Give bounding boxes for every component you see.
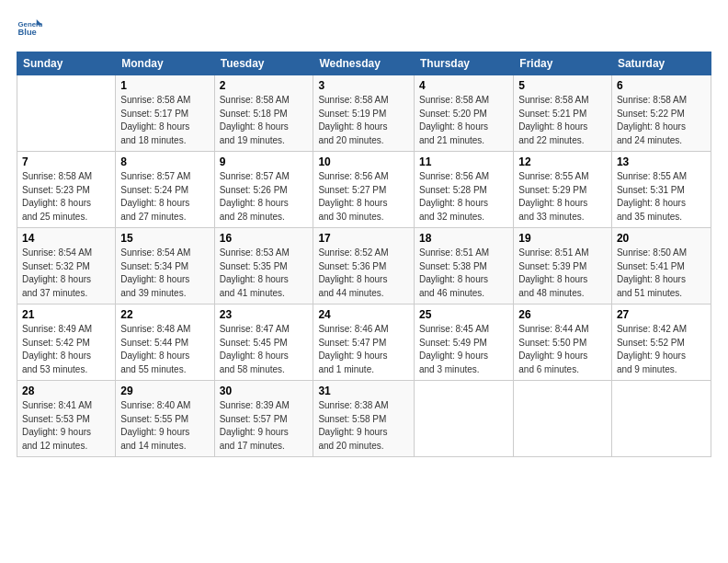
day-info: Sunrise: 8:57 AM Sunset: 5:24 PM Dayligh… (120, 170, 209, 224)
calendar-cell: 23Sunrise: 8:47 AM Sunset: 5:45 PM Dayli… (214, 304, 313, 381)
calendar-cell: 10Sunrise: 8:56 AM Sunset: 5:27 PM Dayli… (313, 152, 415, 228)
day-info: Sunrise: 8:55 AM Sunset: 5:31 PM Dayligh… (617, 170, 706, 224)
day-number: 14 (22, 232, 110, 245)
calendar-cell: 13Sunrise: 8:55 AM Sunset: 5:31 PM Dayli… (611, 152, 711, 228)
day-number: 21 (22, 308, 110, 321)
day-info: Sunrise: 8:57 AM Sunset: 5:26 PM Dayligh… (220, 170, 309, 224)
col-header-thursday: Thursday (414, 52, 513, 75)
day-number: 17 (318, 232, 409, 245)
day-number: 1 (120, 79, 209, 92)
calendar-cell: 27Sunrise: 8:42 AM Sunset: 5:52 PM Dayli… (611, 304, 711, 381)
calendar-cell: 24Sunrise: 8:46 AM Sunset: 5:47 PM Dayli… (313, 304, 415, 381)
day-info: Sunrise: 8:49 AM Sunset: 5:42 PM Dayligh… (22, 323, 110, 376)
day-info: Sunrise: 8:45 AM Sunset: 5:49 PM Dayligh… (419, 323, 508, 376)
day-number: 2 (220, 79, 309, 92)
day-info: Sunrise: 8:58 AM Sunset: 5:21 PM Dayligh… (518, 94, 607, 147)
calendar-cell (17, 75, 116, 152)
day-info: Sunrise: 8:38 AM Sunset: 5:58 PM Dayligh… (318, 399, 409, 453)
calendar-cell: 15Sunrise: 8:54 AM Sunset: 5:34 PM Dayli… (116, 228, 214, 304)
day-number: 5 (518, 79, 607, 92)
calendar-cell: 20Sunrise: 8:50 AM Sunset: 5:41 PM Dayli… (611, 228, 711, 304)
col-header-saturday: Saturday (611, 52, 711, 75)
day-info: Sunrise: 8:39 AM Sunset: 5:57 PM Dayligh… (220, 399, 309, 453)
calendar-cell: 29Sunrise: 8:40 AM Sunset: 5:55 PM Dayli… (116, 381, 214, 457)
day-number: 23 (220, 308, 309, 321)
calendar-cell (514, 381, 612, 457)
calendar-cell: 28Sunrise: 8:41 AM Sunset: 5:53 PM Dayli… (17, 381, 116, 457)
day-number: 29 (120, 385, 209, 397)
day-number: 12 (518, 155, 607, 168)
calendar-cell: 9Sunrise: 8:57 AM Sunset: 5:26 PM Daylig… (214, 152, 313, 228)
calendar-week-row: 7Sunrise: 8:58 AM Sunset: 5:23 PM Daylig… (17, 152, 711, 228)
calendar-cell: 6Sunrise: 8:58 AM Sunset: 5:22 PM Daylig… (611, 75, 711, 152)
day-number: 8 (120, 155, 209, 168)
svg-text:Blue: Blue (18, 28, 37, 37)
day-number: 24 (318, 308, 409, 321)
col-header-wednesday: Wednesday (313, 52, 415, 75)
calendar-cell: 8Sunrise: 8:57 AM Sunset: 5:24 PM Daylig… (116, 152, 214, 228)
logo-icon: General Blue (17, 17, 42, 42)
calendar-header-row: SundayMondayTuesdayWednesdayThursdayFrid… (17, 52, 711, 75)
calendar-cell (611, 381, 711, 457)
calendar-cell: 21Sunrise: 8:49 AM Sunset: 5:42 PM Dayli… (17, 304, 116, 381)
calendar-cell: 18Sunrise: 8:51 AM Sunset: 5:38 PM Dayli… (414, 228, 513, 304)
day-info: Sunrise: 8:52 AM Sunset: 5:36 PM Dayligh… (318, 247, 409, 300)
calendar-cell: 12Sunrise: 8:55 AM Sunset: 5:29 PM Dayli… (514, 152, 612, 228)
calendar-week-row: 28Sunrise: 8:41 AM Sunset: 5:53 PM Dayli… (17, 381, 711, 457)
day-info: Sunrise: 8:55 AM Sunset: 5:29 PM Dayligh… (518, 170, 607, 224)
calendar-week-row: 1Sunrise: 8:58 AM Sunset: 5:17 PM Daylig… (17, 75, 711, 152)
day-number: 27 (617, 308, 706, 321)
calendar-cell: 25Sunrise: 8:45 AM Sunset: 5:49 PM Dayli… (414, 304, 513, 381)
calendar-cell: 11Sunrise: 8:56 AM Sunset: 5:28 PM Dayli… (414, 152, 513, 228)
day-number: 6 (617, 79, 706, 92)
calendar-cell: 19Sunrise: 8:51 AM Sunset: 5:39 PM Dayli… (514, 228, 612, 304)
day-number: 13 (617, 155, 706, 168)
day-info: Sunrise: 8:41 AM Sunset: 5:53 PM Dayligh… (22, 399, 110, 453)
day-info: Sunrise: 8:51 AM Sunset: 5:38 PM Dayligh… (419, 247, 508, 300)
calendar-cell (414, 381, 513, 457)
day-info: Sunrise: 8:58 AM Sunset: 5:19 PM Dayligh… (318, 94, 409, 147)
col-header-sunday: Sunday (17, 52, 116, 75)
day-info: Sunrise: 8:48 AM Sunset: 5:44 PM Dayligh… (120, 323, 209, 376)
day-number: 3 (318, 79, 409, 92)
calendar-cell: 4Sunrise: 8:58 AM Sunset: 5:20 PM Daylig… (414, 75, 513, 152)
day-info: Sunrise: 8:42 AM Sunset: 5:52 PM Dayligh… (617, 323, 706, 376)
calendar-week-row: 14Sunrise: 8:54 AM Sunset: 5:32 PM Dayli… (17, 228, 711, 304)
calendar-cell: 22Sunrise: 8:48 AM Sunset: 5:44 PM Dayli… (116, 304, 214, 381)
day-info: Sunrise: 8:51 AM Sunset: 5:39 PM Dayligh… (518, 247, 607, 300)
day-info: Sunrise: 8:58 AM Sunset: 5:17 PM Dayligh… (120, 94, 209, 147)
day-number: 16 (220, 232, 309, 245)
day-number: 26 (518, 308, 607, 321)
col-header-friday: Friday (514, 52, 612, 75)
day-info: Sunrise: 8:58 AM Sunset: 5:23 PM Dayligh… (22, 170, 110, 224)
day-info: Sunrise: 8:46 AM Sunset: 5:47 PM Dayligh… (318, 323, 409, 376)
day-number: 30 (220, 385, 309, 397)
day-info: Sunrise: 8:58 AM Sunset: 5:22 PM Dayligh… (617, 94, 706, 147)
day-number: 7 (22, 155, 110, 168)
calendar-cell: 7Sunrise: 8:58 AM Sunset: 5:23 PM Daylig… (17, 152, 116, 228)
day-info: Sunrise: 8:54 AM Sunset: 5:34 PM Dayligh… (120, 247, 209, 300)
day-info: Sunrise: 8:47 AM Sunset: 5:45 PM Dayligh… (220, 323, 309, 376)
day-number: 18 (419, 232, 508, 245)
day-number: 10 (318, 155, 409, 168)
day-number: 20 (617, 232, 706, 245)
calendar-cell: 5Sunrise: 8:58 AM Sunset: 5:21 PM Daylig… (514, 75, 612, 152)
calendar-cell: 1Sunrise: 8:58 AM Sunset: 5:17 PM Daylig… (116, 75, 214, 152)
day-number: 19 (518, 232, 607, 245)
calendar-week-row: 21Sunrise: 8:49 AM Sunset: 5:42 PM Dayli… (17, 304, 711, 381)
calendar-cell: 16Sunrise: 8:53 AM Sunset: 5:35 PM Dayli… (214, 228, 313, 304)
day-number: 15 (120, 232, 209, 245)
day-info: Sunrise: 8:53 AM Sunset: 5:35 PM Dayligh… (220, 247, 309, 300)
day-number: 22 (120, 308, 209, 321)
day-info: Sunrise: 8:40 AM Sunset: 5:55 PM Dayligh… (120, 399, 209, 453)
calendar-cell: 30Sunrise: 8:39 AM Sunset: 5:57 PM Dayli… (214, 381, 313, 457)
day-info: Sunrise: 8:58 AM Sunset: 5:18 PM Dayligh… (220, 94, 309, 147)
calendar-cell: 2Sunrise: 8:58 AM Sunset: 5:18 PM Daylig… (214, 75, 313, 152)
col-header-monday: Monday (116, 52, 214, 75)
calendar-cell: 26Sunrise: 8:44 AM Sunset: 5:50 PM Dayli… (514, 304, 612, 381)
calendar-cell: 14Sunrise: 8:54 AM Sunset: 5:32 PM Dayli… (17, 228, 116, 304)
day-number: 28 (22, 385, 110, 397)
calendar-cell: 3Sunrise: 8:58 AM Sunset: 5:19 PM Daylig… (313, 75, 415, 152)
day-number: 25 (419, 308, 508, 321)
col-header-tuesday: Tuesday (214, 52, 313, 75)
